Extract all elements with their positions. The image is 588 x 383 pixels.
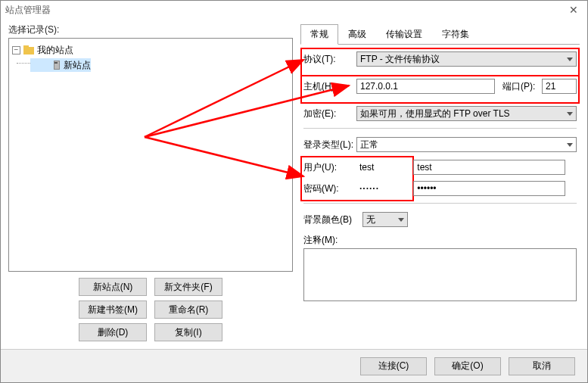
chevron-down-icon	[567, 58, 573, 61]
tree-item-selected[interactable]: 新站点	[30, 58, 91, 72]
logon-type-label: 登录类型(L):	[303, 139, 356, 151]
right-panel: 常规 高级 传输设置 字符集 协议(T): FTP - 文件传输协议 主机(H)…	[293, 23, 580, 341]
chevron-down-icon	[567, 143, 573, 147]
port-label: 端口(P):	[502, 80, 539, 93]
connect-button[interactable]: 连接(C)	[360, 357, 427, 375]
server-icon	[51, 61, 61, 70]
port-input[interactable]	[542, 79, 577, 94]
chevron-down-icon	[567, 112, 573, 116]
ok-button[interactable]: 确定(O)	[434, 357, 501, 375]
tab-general[interactable]: 常规	[300, 24, 338, 45]
password-value-preview: ······	[359, 183, 379, 194]
tab-transfer[interactable]: 传输设置	[376, 24, 432, 45]
logon-type-value: 正常	[360, 139, 564, 151]
encryption-label: 加密(E):	[303, 107, 356, 120]
tab-bar: 常规 高级 传输设置 字符集	[300, 23, 580, 45]
new-bookmark-button[interactable]: 新建书签(M)	[79, 300, 147, 319]
folder-icon	[23, 45, 34, 54]
highlight-protocol: 协议(T): FTP - 文件传输协议	[300, 48, 580, 76]
highlight-host: 主机(H): 端口(P):	[300, 75, 580, 104]
close-icon[interactable]: ✕	[565, 4, 583, 16]
host-label: 主机(H):	[303, 80, 356, 93]
left-panel: 选择记录(S): − 我的站点 新站点 新站点(N) 新文件夹(F) 新建书签(…	[8, 23, 293, 341]
tree-item-label: 新站点	[64, 59, 91, 72]
separator	[303, 128, 577, 129]
window-title: 站点管理器	[5, 4, 565, 17]
protocol-label: 协议(T):	[303, 53, 356, 66]
new-folder-button[interactable]: 新文件夹(F)	[154, 278, 222, 296]
tab-charset[interactable]: 字符集	[432, 24, 479, 45]
bgcolor-label: 背景颜色(B)	[303, 213, 362, 226]
copy-button[interactable]: 复制(I)	[154, 323, 222, 341]
encryption-select[interactable]: 如果可用，使用显式的 FTP over TLS	[356, 106, 577, 121]
comments-textarea[interactable]	[303, 248, 577, 301]
bgcolor-value: 无	[366, 213, 395, 226]
password-label: 密码(W):	[303, 182, 356, 195]
user-label: 用户(U):	[303, 161, 356, 174]
logon-type-select[interactable]: 正常	[356, 137, 577, 152]
user-value-preview: test	[359, 162, 374, 173]
cancel-button[interactable]: 取消	[509, 357, 575, 375]
collapse-icon[interactable]: −	[12, 46, 20, 54]
comments-label: 注释(M):	[303, 234, 356, 247]
tree-root-label: 我的站点	[37, 44, 73, 57]
user-input[interactable]	[413, 160, 565, 175]
select-record-label: 选择记录(S):	[8, 23, 293, 36]
titlebar: 站点管理器 ✕	[1, 1, 587, 19]
delete-button[interactable]: 删除(D)	[79, 323, 147, 341]
site-buttons: 新站点(N) 新文件夹(F) 新建书签(M) 重命名(R) 删除(D) 复制(I…	[8, 278, 293, 341]
rename-button[interactable]: 重命名(R)	[154, 300, 222, 319]
protocol-select[interactable]: FTP - 文件传输协议	[356, 51, 577, 67]
password-input[interactable]	[413, 181, 565, 196]
tree-line	[17, 63, 30, 64]
bgcolor-select[interactable]: 无	[362, 212, 408, 227]
site-tree[interactable]: − 我的站点 新站点	[8, 38, 293, 272]
chevron-down-icon	[398, 218, 404, 222]
separator	[303, 203, 577, 204]
encryption-value: 如果可用，使用显式的 FTP over TLS	[360, 107, 564, 120]
tree-root[interactable]: − 我的站点	[12, 43, 289, 57]
protocol-value: FTP - 文件传输协议	[360, 53, 564, 66]
host-input[interactable]	[356, 79, 495, 94]
tab-advanced[interactable]: 高级	[338, 24, 376, 45]
highlight-credentials: 用户(U): test 密码(W): ······	[300, 156, 414, 201]
footer: 连接(C) 确定(O) 取消	[1, 349, 587, 382]
new-site-button[interactable]: 新站点(N)	[79, 278, 147, 296]
